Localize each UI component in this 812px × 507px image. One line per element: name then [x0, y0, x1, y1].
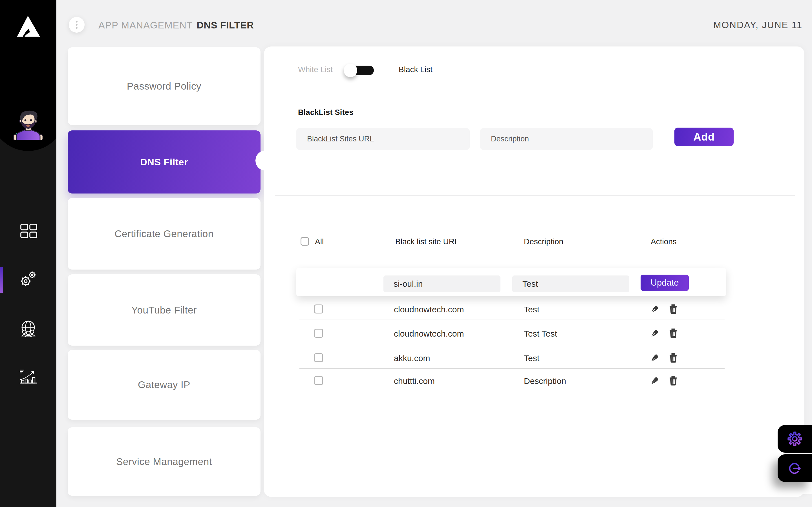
- row-separator: [299, 393, 725, 393]
- row-checkbox[interactable]: [314, 353, 323, 362]
- row-checkbox[interactable]: [314, 329, 323, 338]
- blacklist-label[interactable]: Black List: [399, 65, 433, 74]
- active-card-notch: [255, 151, 276, 171]
- description-input[interactable]: Description: [480, 128, 653, 150]
- menu-item-label: Gateway IP: [138, 379, 190, 390]
- row-url: akku.com: [394, 353, 430, 363]
- sidebar: [0, 0, 56, 507]
- whitelist-label[interactable]: White List: [298, 65, 333, 74]
- value: si-oul.in: [394, 279, 423, 289]
- value: Test: [522, 279, 538, 289]
- analytics-chart-icon[interactable]: [19, 369, 37, 384]
- edit-url-input[interactable]: si-oul.in: [384, 276, 500, 292]
- blacklist-sites-label: BlackList Sites: [298, 108, 354, 117]
- sidebar-active-indicator: [0, 267, 3, 293]
- row-url: cloudnowtech.com: [394, 305, 464, 314]
- app-logo-icon[interactable]: [17, 16, 40, 37]
- row-description: Test Test: [524, 329, 557, 339]
- edit-description-input[interactable]: Test: [512, 276, 629, 292]
- row-description: Test: [524, 305, 539, 314]
- menu-item-label: Password Policy: [127, 80, 201, 92]
- main-panel: White List Black List BlackList Sites Bl…: [264, 47, 804, 497]
- avatar[interactable]: [11, 109, 45, 140]
- blacklist-url-input[interactable]: BlackList Sites URL: [296, 128, 470, 150]
- menu-item-label: DNS Filter: [140, 157, 188, 168]
- menu-item-gateway-ip[interactable]: Gateway IP: [68, 350, 260, 420]
- delete-icon[interactable]: [668, 303, 679, 315]
- menu-item-label: Service Management: [116, 456, 212, 467]
- divider: [275, 195, 795, 196]
- menu-item-certificate-generation[interactable]: Certificate Generation: [68, 198, 260, 270]
- column-header-actions: Actions: [651, 237, 677, 246]
- header-date: MONDAY, JUNE 11: [713, 20, 802, 31]
- select-all-checkbox[interactable]: [301, 237, 309, 245]
- delete-icon[interactable]: [668, 352, 679, 363]
- global-users-icon[interactable]: [19, 320, 37, 337]
- select-all-label: All: [315, 237, 324, 246]
- settings-corner-button[interactable]: [777, 425, 812, 453]
- menu-item-dns-filter[interactable]: DNS Filter: [68, 130, 260, 193]
- delete-icon[interactable]: [668, 375, 679, 386]
- dot: [76, 24, 78, 25]
- row-separator: [299, 319, 725, 320]
- breadcrumb-section: APP MANAGEMENT: [98, 20, 193, 31]
- logout-corner-button[interactable]: [777, 454, 812, 482]
- row-separator: [299, 368, 725, 369]
- edit-row-card: si-oul.in Test Update: [296, 268, 726, 296]
- settings-gears-icon[interactable]: [18, 270, 37, 288]
- logout-icon: [786, 460, 802, 476]
- row-url: cloudnowtech.com: [394, 329, 464, 339]
- delete-icon[interactable]: [668, 328, 679, 339]
- menu-item-password-policy[interactable]: Password Policy: [68, 47, 260, 125]
- column-header-url: Black list site URL: [395, 237, 459, 246]
- row-checkbox[interactable]: [314, 304, 323, 314]
- settings-gear-icon: [786, 430, 804, 448]
- breadcrumb: APP MANAGEMENTDNS FILTER: [98, 20, 254, 31]
- row-url: chuttti.com: [394, 376, 435, 386]
- page-title: DNS FILTER: [197, 20, 254, 31]
- dot: [76, 27, 78, 29]
- update-button[interactable]: Update: [641, 275, 689, 291]
- placeholder: BlackList Sites URL: [307, 135, 374, 144]
- row-checkbox[interactable]: [314, 376, 323, 385]
- row-separator: [299, 344, 725, 344]
- toggle-knob[interactable]: [344, 64, 357, 77]
- menu-dots-button[interactable]: [69, 17, 85, 33]
- add-button[interactable]: Add: [674, 128, 733, 146]
- placeholder: Description: [491, 135, 529, 144]
- edit-icon[interactable]: [649, 352, 660, 363]
- edit-icon[interactable]: [649, 304, 660, 315]
- app-grid-icon[interactable]: [20, 224, 38, 238]
- row-description: Description: [524, 376, 566, 386]
- menu-item-youtube-filter[interactable]: YouTube Filter: [68, 274, 260, 346]
- menu-item-label: YouTube Filter: [132, 304, 197, 316]
- menu-item-label: Certificate Generation: [114, 228, 213, 239]
- dot: [76, 21, 78, 22]
- row-description: Test: [524, 353, 539, 363]
- edit-icon[interactable]: [649, 375, 660, 386]
- column-header-description: Description: [524, 237, 563, 246]
- edit-icon[interactable]: [649, 328, 660, 339]
- menu-item-service-management[interactable]: Service Management: [68, 427, 260, 496]
